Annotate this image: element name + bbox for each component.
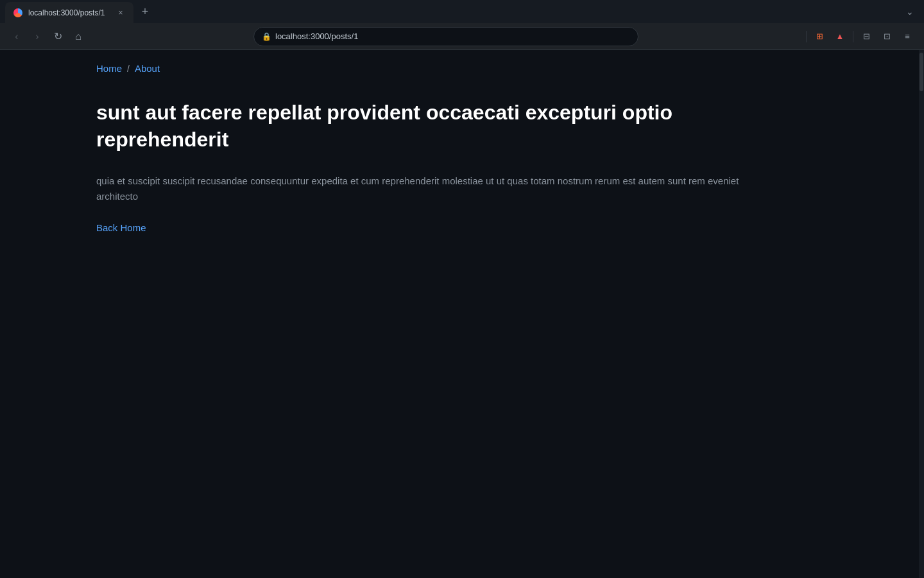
browser-chrome: localhost:3000/posts/1 × + ⌄ ‹ › ↻ ⌂ 🔒 l… <box>0 0 924 50</box>
lock-icon: 🔒 <box>262 32 271 41</box>
address-text: localhost:3000/posts/1 <box>275 31 358 41</box>
address-field[interactable]: 🔒 localhost:3000/posts/1 <box>253 27 638 46</box>
site-nav: Home / About <box>96 63 828 74</box>
back-button[interactable]: ‹ <box>8 28 26 46</box>
new-tab-button[interactable]: + <box>136 3 154 21</box>
about-nav-link[interactable]: About <box>135 63 160 74</box>
brave-extension-button[interactable]: ⊞ <box>810 28 828 46</box>
active-tab[interactable]: localhost:3000/posts/1 × <box>5 2 133 24</box>
refresh-button[interactable]: ↻ <box>49 28 67 46</box>
tab-title: localhost:3000/posts/1 <box>28 8 110 17</box>
extension-divider <box>806 31 807 42</box>
back-home-link[interactable]: Back Home <box>96 222 146 233</box>
home-nav-link[interactable]: Home <box>96 63 122 74</box>
address-center: 🔒 localhost:3000/posts/1 <box>92 27 800 46</box>
nav-controls: ‹ › ↻ ⌂ <box>8 28 87 46</box>
hamburger-menu-button[interactable]: ≡ <box>898 28 916 46</box>
browser-menu-icon[interactable]: ⊟ <box>857 28 875 46</box>
scrollbar-thumb[interactable] <box>920 53 923 91</box>
adguard-extension-button[interactable]: ▲ <box>831 28 849 46</box>
address-bar: ‹ › ↻ ⌂ 🔒 localhost:3000/posts/1 ⊞ ▲ ⊟ ⊡… <box>0 23 924 50</box>
extension-divider-2 <box>853 31 853 42</box>
tab-list-button[interactable]: ⌄ <box>901 3 919 21</box>
address-bar-right: ⊞ ▲ ⊟ ⊡ ≡ <box>805 28 916 46</box>
nav-separator: / <box>127 64 130 74</box>
tab-close-button[interactable]: × <box>116 8 126 18</box>
tab-bar: localhost:3000/posts/1 × + ⌄ <box>0 0 924 23</box>
page-content: Home / About sunt aut facere repellat pr… <box>0 50 924 578</box>
tab-favicon <box>13 8 23 18</box>
home-button[interactable]: ⌂ <box>69 28 87 46</box>
scrollbar-track[interactable] <box>919 50 924 578</box>
forward-button[interactable]: › <box>28 28 46 46</box>
bookmarks-sidebar-button[interactable]: ⊡ <box>878 28 896 46</box>
post-title: sunt aut facere repellat provident occae… <box>96 100 738 153</box>
tab-bar-right: ⌄ <box>901 3 919 21</box>
post-body: quia et suscipit suscipit recusandae con… <box>96 173 776 204</box>
